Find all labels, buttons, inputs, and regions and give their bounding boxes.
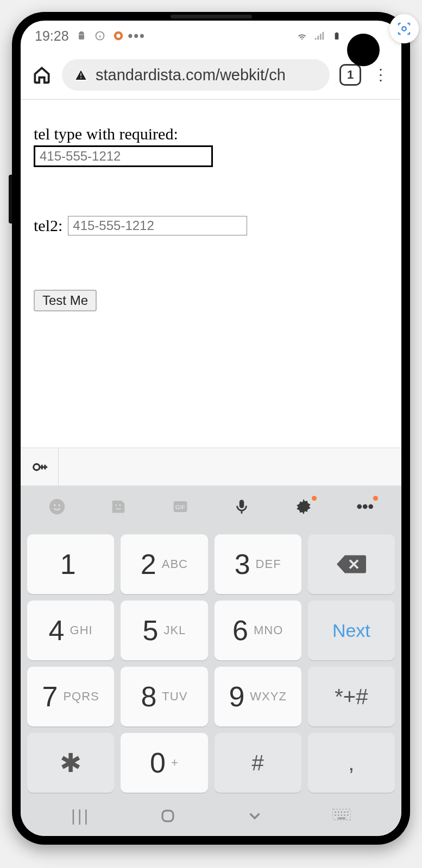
svg-point-7 <box>49 499 65 514</box>
key-6[interactable]: 6MNO <box>215 601 301 660</box>
svg-point-23 <box>335 814 336 816</box>
signal-icon <box>313 30 325 42</box>
browser-toolbar: standardista.com/webkit/ch 1 ⋮ <box>21 51 401 100</box>
tel1-input[interactable] <box>34 145 213 167</box>
key-2[interactable]: 2ABC <box>121 534 207 594</box>
status-time: 19:28 <box>35 28 69 44</box>
key-3[interactable]: 3DEF <box>215 534 301 594</box>
svg-rect-4 <box>335 33 339 40</box>
wifi-icon <box>296 30 308 42</box>
not-secure-icon <box>74 68 88 82</box>
keyboard-toolbar: GIF ••• <box>21 486 401 528</box>
tab-count-value: 1 <box>347 68 354 82</box>
system-nav-bar: ||| <box>21 796 401 836</box>
key-5[interactable]: 5JKL <box>121 601 207 660</box>
key-7[interactable]: 7PQRS <box>27 667 114 726</box>
battery-icon <box>331 30 343 42</box>
url-text: standardista.com/webkit/ch <box>96 66 286 84</box>
browser-menu-button[interactable]: ⋮ <box>371 71 390 80</box>
android-icon <box>75 30 87 42</box>
nav-recents[interactable]: ||| <box>71 807 90 825</box>
nav-home[interactable] <box>159 807 177 825</box>
key-backspace[interactable] <box>308 534 395 594</box>
sticker-icon[interactable] <box>106 495 130 519</box>
password-key-icon[interactable] <box>21 448 59 486</box>
status-more-icon: ••• <box>131 30 143 42</box>
keyboard: GIF ••• 1 2ABC 3DEF 4GHI 5JKL <box>21 448 401 836</box>
test-me-button[interactable]: Test Me <box>34 290 97 311</box>
svg-point-10 <box>116 505 117 506</box>
key-9[interactable]: 9WXYZ <box>215 667 301 726</box>
nav-keyboard-switch[interactable] <box>332 809 351 823</box>
svg-text:GIF: GIF <box>175 504 185 510</box>
svg-point-8 <box>54 504 56 506</box>
page-content: tel type with required: tel2: Test Me <box>21 100 401 311</box>
tel2-label: tel2: <box>34 216 62 235</box>
svg-point-24 <box>338 814 339 816</box>
svg-rect-5 <box>336 32 338 33</box>
svg-point-20 <box>341 812 343 813</box>
svg-point-26 <box>344 814 345 816</box>
svg-point-3 <box>116 34 120 37</box>
suggestion-area[interactable] <box>59 448 401 486</box>
speaker <box>171 15 252 18</box>
svg-rect-28 <box>338 818 345 819</box>
svg-point-9 <box>58 504 60 506</box>
suggestion-bar <box>21 448 401 486</box>
screen: 19:28 ••• <box>21 21 401 836</box>
mic-icon[interactable] <box>230 495 254 519</box>
address-bar[interactable]: standardista.com/webkit/ch <box>62 59 330 91</box>
key-8[interactable]: 8TUV <box>121 667 207 726</box>
key-comma[interactable]: , <box>308 733 395 793</box>
numeric-keypad: 1 2ABC 3DEF 4GHI 5JKL 6MNO Next 7PQRS 8T… <box>21 528 401 796</box>
svg-rect-14 <box>240 500 244 508</box>
svg-rect-16 <box>162 810 173 821</box>
key-next[interactable]: Next <box>308 601 395 660</box>
tel1-label: tel type with required: <box>34 125 388 143</box>
svg-point-22 <box>347 812 349 813</box>
svg-point-25 <box>341 814 343 816</box>
svg-point-19 <box>338 812 339 813</box>
key-star[interactable]: ✱ <box>27 733 114 793</box>
svg-point-11 <box>119 505 121 506</box>
keyboard-more-icon[interactable]: ••• <box>353 495 377 519</box>
screenshot-capture-button[interactable] <box>389 14 419 43</box>
tab-count-button[interactable]: 1 <box>339 64 361 86</box>
key-hash[interactable]: # <box>215 733 301 793</box>
svg-point-6 <box>33 464 39 470</box>
key-symbols[interactable]: *+# <box>308 667 395 726</box>
keyboard-settings-icon[interactable] <box>292 495 316 519</box>
svg-point-27 <box>347 814 349 816</box>
gif-icon[interactable]: GIF <box>168 495 192 519</box>
emoji-icon[interactable] <box>45 495 69 519</box>
front-camera <box>347 34 380 66</box>
phone-frame: 19:28 ••• <box>12 12 410 845</box>
browser-swirl-icon <box>112 30 124 42</box>
tel2-input[interactable] <box>68 216 247 235</box>
key-0[interactable]: 0+ <box>121 733 207 793</box>
key-4[interactable]: 4GHI <box>27 601 114 660</box>
svg-point-18 <box>335 812 336 813</box>
home-icon[interactable] <box>32 65 52 85</box>
info-icon <box>94 30 106 42</box>
svg-point-21 <box>344 812 345 813</box>
key-1[interactable]: 1 <box>27 534 114 594</box>
status-bar: 19:28 ••• <box>21 21 401 51</box>
svg-point-0 <box>402 27 406 31</box>
nav-back[interactable] <box>245 807 264 825</box>
